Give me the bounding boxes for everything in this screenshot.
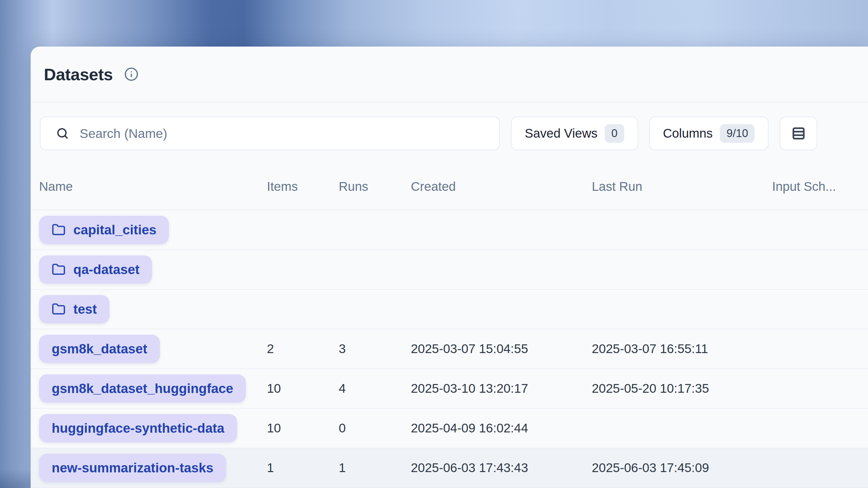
table-row[interactable]: new-summarization-tasks 1 1 2025-06-03 1… — [31, 448, 868, 488]
columns-label: Columns — [663, 126, 713, 141]
last-run-cell: 2025-05-20 10:17:35 — [592, 381, 772, 396]
runs-cell: 1 — [339, 461, 411, 475]
panel-header: Datasets — [31, 46, 868, 102]
items-cell: 10 — [267, 421, 339, 435]
column-header-input-schema[interactable]: Input Sch... — [772, 180, 868, 194]
dataset-name-badge[interactable]: new-summarization-tasks — [39, 454, 226, 482]
created-cell: 2025-06-03 17:43:43 — [411, 461, 592, 475]
saved-views-count-badge: 0 — [605, 124, 624, 143]
column-header-created[interactable]: Created — [411, 180, 592, 194]
last-run-cell: 2025-03-07 16:55:11 — [592, 341, 772, 356]
table-row[interactable]: gsm8k_dataset_huggingface 10 4 2025-03-1… — [31, 369, 868, 409]
dataset-name-label: new-summarization-tasks — [52, 460, 213, 476]
table-row[interactable]: capital_cities — [31, 210, 868, 250]
column-header-runs[interactable]: Runs — [339, 180, 411, 194]
table-row[interactable]: qa-dataset — [31, 250, 868, 290]
toolbar: Saved Views 0 Columns 9/10 — [31, 117, 868, 150]
columns-count-badge: 9/10 — [720, 124, 755, 143]
dataset-name-label: gsm8k_dataset_huggingface — [52, 381, 233, 396]
folder-icon — [52, 263, 65, 276]
dataset-name-badge[interactable]: gsm8k_dataset_huggingface — [39, 375, 246, 403]
runs-cell: 0 — [339, 421, 411, 435]
folder-icon — [52, 302, 65, 316]
folder-name-badge[interactable]: test — [39, 295, 110, 323]
created-cell: 2025-03-10 13:20:17 — [411, 381, 592, 396]
table-header-row: Name Items Runs Created Last Run Input S… — [31, 150, 868, 210]
dataset-name-label: gsm8k_dataset — [52, 341, 147, 356]
table-row[interactable]: test — [31, 290, 868, 329]
runs-cell: 4 — [339, 381, 411, 396]
folder-name-label: capital_cities — [73, 222, 156, 237]
folder-name-label: qa-dataset — [73, 262, 140, 277]
row-height-button[interactable] — [780, 117, 817, 150]
dataset-name-badge[interactable]: gsm8k_dataset — [39, 335, 160, 363]
folder-name-badge[interactable]: capital_cities — [39, 216, 169, 244]
saved-views-button[interactable]: Saved Views 0 — [511, 117, 638, 150]
search-icon — [56, 127, 69, 140]
column-header-name[interactable]: Name — [39, 180, 267, 194]
table-row[interactable]: gsm8k_dataset 2 3 2025-03-07 15:04:55 20… — [31, 329, 868, 369]
folder-icon — [52, 223, 65, 237]
saved-views-label: Saved Views — [525, 126, 597, 141]
header-divider — [31, 102, 868, 102]
search-box — [40, 117, 500, 150]
columns-button[interactable]: Columns 9/10 — [649, 117, 769, 150]
items-cell: 2 — [267, 341, 339, 356]
datasets-panel: Datasets Saved Views 0 Columns 9/10 — [31, 46, 868, 488]
info-icon[interactable] — [124, 67, 138, 82]
dataset-name-badge[interactable]: huggingface-synthetic-data — [39, 414, 237, 442]
column-header-last-run[interactable]: Last Run — [592, 180, 772, 194]
items-cell: 10 — [267, 381, 339, 396]
rows-icon — [791, 126, 806, 141]
items-cell: 1 — [267, 461, 339, 475]
page-title: Datasets — [44, 65, 113, 84]
folder-name-label: test — [73, 302, 97, 317]
created-cell: 2025-04-09 16:02:44 — [411, 421, 592, 435]
created-cell: 2025-03-07 15:04:55 — [411, 341, 592, 356]
column-header-items[interactable]: Items — [267, 180, 339, 194]
last-run-cell: 2025-06-03 17:45:09 — [592, 461, 772, 475]
dataset-name-label: huggingface-synthetic-data — [52, 421, 224, 436]
folder-name-badge[interactable]: qa-dataset — [39, 255, 152, 284]
table-row[interactable]: huggingface-synthetic-data 10 0 2025-04-… — [31, 409, 868, 448]
search-input[interactable] — [80, 126, 494, 141]
runs-cell: 3 — [339, 341, 411, 356]
